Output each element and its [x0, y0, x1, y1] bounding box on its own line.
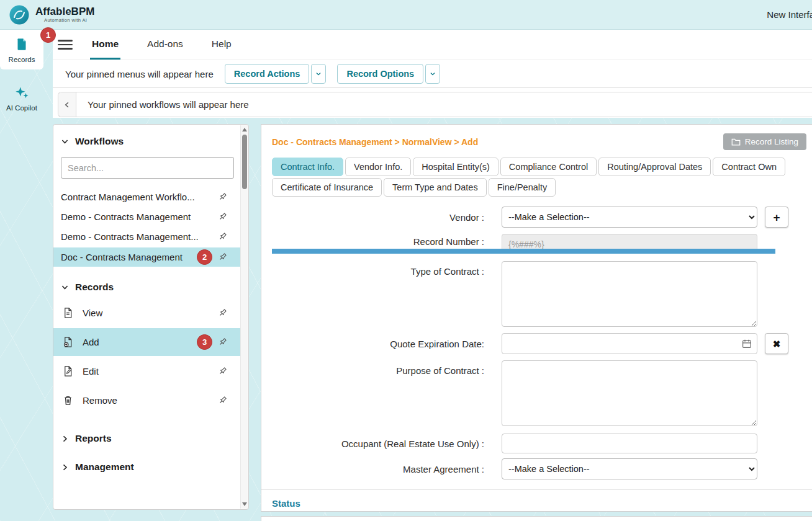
menu-tab-home[interactable]: Home	[90, 30, 120, 60]
breadcrumb: Doc - Contracts Management > NormalView …	[272, 137, 478, 147]
scroll-up-icon[interactable]	[241, 126, 248, 133]
status-section-title: Status	[261, 490, 812, 512]
menu-tab-addons[interactable]: Add-ons	[145, 30, 185, 60]
vendor-select[interactable]: --Make a Selection--	[502, 207, 757, 228]
pin-icon[interactable]	[217, 231, 228, 242]
panel-scrollbar[interactable]	[240, 125, 248, 509]
chevron-left-icon	[63, 101, 71, 109]
left-rail: Records AI Copilot	[0, 30, 43, 521]
record-number-input	[502, 234, 757, 249]
purpose-of-contract-label: Purpose of Contract :	[272, 360, 502, 376]
workflow-item-selected[interactable]: Doc - Contracts Management 2	[53, 247, 240, 267]
reports-section-header[interactable]: Reports	[60, 430, 240, 447]
tab-routing-approval-dates[interactable]: Routing/Approval Dates	[598, 158, 711, 176]
tab-contract-info[interactable]: Contract Info.	[272, 158, 343, 176]
quote-expiration-date-label: Quote Expiration Date:	[272, 339, 502, 349]
record-options-caret-button[interactable]	[425, 64, 440, 84]
header-right-link[interactable]: New Interfa	[767, 9, 812, 20]
pinned-band: Your pinned menus will appear here Recor…	[53, 60, 812, 118]
collapse-workflows-strip-button[interactable]	[58, 92, 76, 117]
management-section-header[interactable]: Management	[60, 459, 240, 475]
pin-icon[interactable]	[217, 395, 228, 406]
workflows-section-title: Workflows	[75, 136, 124, 147]
record-action-view[interactable]: View	[53, 299, 240, 327]
ai-copilot-icon	[14, 85, 30, 101]
vendor-label: Vendor :	[272, 212, 502, 223]
purpose-of-contract-textarea[interactable]	[502, 360, 757, 426]
hamburger-menu-icon[interactable]	[58, 30, 73, 60]
workflow-item[interactable]: Demo - Contracts Management...	[53, 228, 240, 246]
record-action-edit[interactable]: Edit	[53, 357, 240, 385]
menu-bar: Home Add-ons Help	[53, 30, 812, 60]
pin-icon[interactable]	[217, 337, 228, 347]
pin-icon[interactable]	[217, 308, 228, 318]
tabs-row-1: Contract Info. Vendor Info. Hospital Ent…	[261, 158, 812, 176]
record-number-label: Record Number :	[272, 236, 502, 247]
quote-expiration-date-input[interactable]	[502, 333, 757, 354]
rail-item-records[interactable]: Records	[0, 30, 43, 69]
brand-tagline: Automation with AI	[35, 18, 94, 23]
rail-item-label: Records	[9, 56, 35, 63]
pin-icon[interactable]	[217, 366, 228, 376]
type-of-contract-textarea[interactable]	[502, 261, 757, 327]
remove-record-icon	[62, 394, 74, 406]
workflow-item[interactable]: Demo - Contracts Management	[53, 208, 240, 226]
scrollbar-thumb[interactable]	[242, 135, 247, 189]
edit-record-icon	[62, 365, 74, 377]
pinned-workflows-row: Your pinned workflows will appear here	[58, 92, 812, 117]
view-record-icon	[62, 307, 74, 319]
tab-fine-penalty[interactable]: Fine/Penalty	[489, 178, 556, 197]
record-action-add[interactable]: Add 3	[53, 328, 240, 356]
contract-info-form: Vendor : --Make a Selection-- + Record N…	[261, 207, 812, 479]
scroll-down-icon[interactable]	[241, 501, 248, 508]
chevron-right-icon	[61, 435, 69, 443]
master-agreement-label: Master Agreement :	[272, 464, 502, 474]
add-record-icon	[62, 336, 74, 348]
workflow-list: Contract Management Workflo... Demo - Co…	[53, 188, 240, 267]
tab-certificate-of-insurance[interactable]: Certificate of Insurance	[272, 178, 382, 197]
pin-icon[interactable]	[217, 252, 228, 262]
tab-hospital-entity[interactable]: Hospital Entity(s)	[413, 158, 498, 176]
occupant-input[interactable]	[502, 434, 757, 453]
master-agreement-select[interactable]: --Make a Selection--	[502, 458, 757, 479]
chevron-down-icon	[61, 138, 69, 146]
pinned-menus-row: Your pinned menus will appear here Recor…	[53, 60, 812, 88]
chevron-down-icon	[61, 283, 69, 292]
pinned-workflows-placeholder: Your pinned workflows will appear here	[88, 99, 249, 110]
record-form-card: Doc - Contracts Management > NormalView …	[261, 124, 812, 512]
record-options-button[interactable]: Record Options	[337, 64, 423, 84]
record-actions-button[interactable]: Record Actions	[225, 64, 310, 84]
workflow-item[interactable]: Contract Management Workflo...	[53, 188, 240, 206]
rail-item-label: AI Copilot	[6, 104, 37, 112]
pin-icon[interactable]	[217, 192, 228, 202]
step-badge-2: 2	[197, 249, 212, 265]
type-of-contract-label: Type of Contract :	[272, 261, 502, 277]
pinned-menus-placeholder: Your pinned menus will appear here	[65, 69, 214, 79]
record-listing-button[interactable]: Record Listing	[723, 133, 806, 150]
workflow-side-panel: Workflows Contract Management Workflo...…	[53, 124, 249, 510]
tab-contract-owner[interactable]: Contract Own	[713, 158, 785, 176]
chevron-down-icon	[315, 71, 322, 77]
record-options-split-button: Record Options	[337, 64, 440, 84]
rail-item-ai-copilot[interactable]: AI Copilot	[0, 78, 43, 118]
tabs-row-2: Certificate of Insurance Term Type and D…	[261, 178, 812, 197]
calendar-icon[interactable]	[741, 338, 752, 349]
menu-tab-help[interactable]: Help	[210, 30, 233, 60]
tab-vendor-info[interactable]: Vendor Info.	[345, 158, 411, 176]
records-section-header[interactable]: Records	[60, 279, 240, 295]
record-action-remove[interactable]: Remove	[53, 386, 240, 414]
tab-compliance-control[interactable]: Compliance Control	[500, 158, 597, 176]
step-badge-3: 3	[197, 334, 212, 350]
folder-icon	[731, 138, 741, 146]
add-vendor-button[interactable]: +	[765, 207, 788, 228]
record-actions-caret-button[interactable]	[311, 64, 326, 84]
workflows-section-header[interactable]: Workflows	[60, 133, 240, 149]
records-icon	[14, 37, 30, 53]
tab-term-type-and-dates[interactable]: Term Type and Dates	[384, 178, 487, 197]
chevron-right-icon	[61, 463, 69, 471]
clear-date-button[interactable]: ✖	[765, 333, 788, 354]
pin-icon[interactable]	[217, 212, 228, 222]
step-badge-1: 1	[40, 27, 56, 43]
workflow-search-input[interactable]	[61, 157, 234, 179]
brand-logo-icon	[9, 4, 30, 25]
